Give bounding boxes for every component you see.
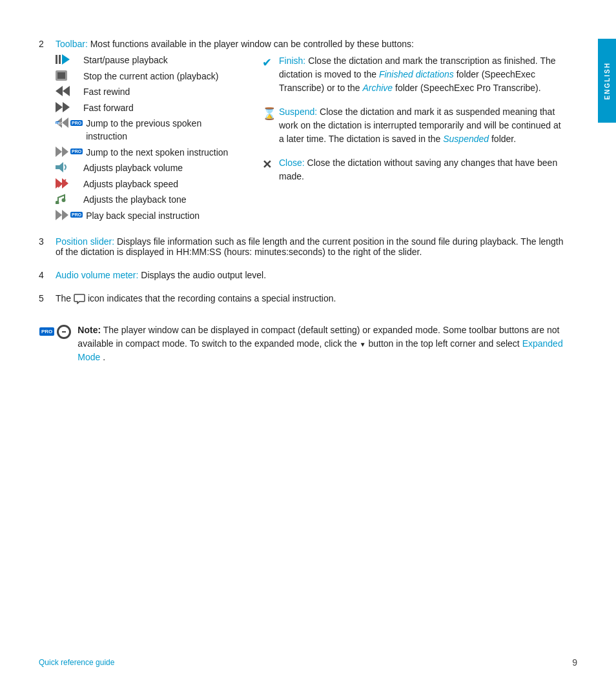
minus-circle-icon	[61, 329, 67, 335]
svg-marker-13	[56, 147, 62, 157]
item-special: PRO Play back special instruction	[56, 210, 243, 223]
speed-icon-area	[56, 178, 80, 189]
forward-icon	[56, 102, 70, 112]
special-text: Play back special instruction	[86, 210, 200, 223]
volume-text: Adjusts playback volume	[83, 162, 183, 175]
forward-text: Fast forward	[83, 102, 134, 115]
tone-text: Adjusts the playback tone	[83, 194, 187, 207]
close-desc: Close the dictation without saving any c…	[279, 158, 557, 181]
prev-spoken-icon: PRO	[56, 118, 68, 128]
section-3-number: 3	[39, 236, 48, 257]
item-start-pause: Start/pause playback	[56, 54, 243, 67]
right-item-close: ✕ Close: Close the dictation without sav…	[262, 156, 564, 183]
speech-bubble-icon	[74, 294, 85, 304]
svg-marker-22	[62, 210, 68, 220]
left-column: Start/pause playback Stop the current ac…	[56, 54, 243, 226]
speed-icon	[56, 178, 68, 189]
svg-marker-5	[63, 86, 70, 96]
svg-marker-2	[62, 54, 70, 65]
finish-label: Finish:	[279, 56, 305, 66]
svg-marker-8	[63, 102, 70, 112]
toolbar-intro: Most functions available in the player w…	[90, 39, 414, 49]
close-label: Close:	[279, 158, 305, 168]
suspend-text: Suspend: Close the dictation and mark it…	[279, 105, 564, 146]
pro-badge-next: PRO	[70, 149, 83, 154]
note-pro-badge: PRO	[39, 327, 54, 336]
svg-point-20	[62, 198, 66, 202]
next-spoken-icon	[56, 147, 68, 157]
finish-desc3: folder (SpeechExec Pro Transcribe).	[393, 83, 541, 93]
svg-rect-0	[56, 55, 57, 64]
suspended-link: Suspended	[443, 134, 489, 144]
finish-text: Finish: Close the dictation and mark the…	[279, 54, 564, 95]
checkmark-icon: ✔	[262, 54, 275, 72]
two-col-wrapper: Start/pause playback Stop the current ac…	[56, 54, 564, 226]
volume-icon	[56, 162, 68, 172]
position-slider-label: Position slider:	[56, 236, 114, 247]
note-circle-icon	[57, 325, 71, 339]
side-tab: ENGLISH	[598, 39, 616, 123]
page-container: ENGLISH 2 Toolbar: Most functions availa…	[0, 0, 616, 687]
section-4-number: 4	[39, 270, 48, 280]
note-content: Note: The player window can be displayed…	[77, 323, 564, 364]
next-spoken-icon-area: PRO	[56, 147, 83, 157]
next-spoken-text: Jump to the next spoken instruction	[86, 147, 228, 159]
svg-marker-6	[56, 86, 63, 96]
finish-header: ✔ Finish: Close the dictation and mark t…	[262, 54, 564, 95]
svg-text:PRO: PRO	[56, 121, 63, 125]
tone-icon	[56, 194, 67, 204]
tone-icon-area	[56, 194, 80, 204]
section-4: 4 Audio volume meter: Displays the audio…	[39, 270, 564, 280]
audio-volume-text: Displays the audio output level.	[141, 270, 266, 280]
finished-dictations-link: Finished dictations	[379, 69, 454, 79]
note-label: Note:	[77, 325, 101, 335]
suspend-desc2: folder.	[489, 134, 516, 144]
speed-text: Adjusts playback speed	[83, 178, 178, 191]
archive-link: Archive	[362, 83, 393, 93]
svg-marker-14	[62, 147, 68, 157]
right-item-finish: ✔ Finish: Close the dictation and mark t…	[262, 54, 564, 95]
toolbar-label: Toolbar:	[56, 39, 88, 49]
item-prev-spoken: PRO PRO Jump to the previous spokeninstr…	[56, 118, 243, 143]
suspend-label: Suspend:	[279, 107, 317, 117]
item-tone: Adjusts the playback tone	[56, 194, 243, 207]
section-3: 3 Position slider: Displays file informa…	[39, 236, 564, 257]
section-5-text-post: icon indicates that the recording contai…	[88, 293, 336, 303]
svg-marker-7	[56, 102, 63, 112]
svg-marker-15	[56, 162, 63, 172]
close-header: ✕ Close: Close the dictation without sav…	[262, 156, 564, 183]
note-icons: PRO	[39, 325, 71, 339]
rewind-icon	[56, 86, 70, 96]
prev-spoken-text: Jump to the previous spokeninstruction	[86, 118, 201, 143]
section-3-content: Position slider: Displays file informati…	[56, 236, 564, 257]
section-5-content: The icon indicates that the recording co…	[56, 293, 564, 304]
right-column: ✔ Finish: Close the dictation and mark t…	[262, 54, 564, 226]
special-icon	[56, 210, 68, 220]
pro-badge-prev: PRO	[70, 120, 83, 126]
close-text: Close: Close the dictation without savin…	[279, 156, 564, 183]
toolbar-columns: Start/pause playback Stop the current ac…	[56, 54, 564, 226]
item-forward: Fast forward	[56, 102, 243, 115]
close-x-icon: ✕	[262, 156, 275, 174]
item-speed: Adjusts playback speed	[56, 178, 243, 191]
stop-icon-area	[56, 70, 80, 81]
item-next-spoken: PRO Jump to the next spoken instruction	[56, 147, 243, 159]
position-slider-text: Displays file information such as file l…	[56, 236, 564, 257]
note-section: PRO Note: The player window can be displ…	[39, 323, 564, 364]
suspend-header: ⌛ Suspend: Close the dictation and mark …	[262, 105, 564, 146]
svg-marker-9	[62, 118, 68, 128]
footer-left: Quick reference guide	[39, 658, 114, 667]
stop-text: Stop the current action (playback)	[83, 70, 218, 83]
section-2-title: Toolbar: Most functions available in the…	[56, 39, 414, 49]
section-5-number: 5	[39, 293, 48, 304]
note-text-mid: button in the top left corner and select	[368, 338, 522, 349]
rewind-icon-area	[56, 86, 80, 96]
stop-icon	[56, 70, 67, 81]
start-pause-text: Start/pause playback	[83, 54, 168, 67]
special-icon-area: PRO	[56, 210, 83, 220]
side-tab-label: ENGLISH	[604, 62, 611, 99]
volume-icon-area	[56, 162, 80, 172]
section-5: 5 The icon indicates that the recording …	[39, 293, 564, 304]
section-4-content: Audio volume meter: Displays the audio o…	[56, 270, 564, 280]
item-rewind: Fast rewind	[56, 86, 243, 99]
